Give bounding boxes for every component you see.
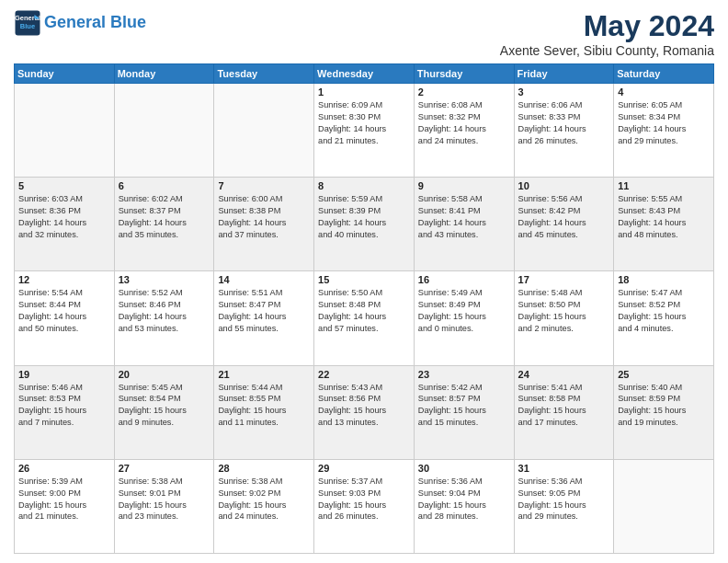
table-row: [214, 84, 314, 178]
table-row: [614, 459, 714, 553]
day-info: Sunrise: 5:46 AMSunset: 8:53 PMDaylight:…: [18, 382, 110, 430]
day-info-line: Daylight: 14 hours: [318, 217, 410, 229]
day-info-line: and 50 minutes.: [18, 323, 110, 335]
day-info: Sunrise: 5:55 AMSunset: 8:43 PMDaylight:…: [618, 193, 710, 241]
calendar-table: Sunday Monday Tuesday Wednesday Thursday…: [14, 63, 714, 554]
day-info-line: Sunset: 9:02 PM: [218, 488, 310, 500]
day-number: 15: [318, 274, 410, 285]
title-block: May 2024 Axente Sever, Sibiu County, Rom…: [500, 9, 714, 58]
day-info-line: Sunset: 8:58 PM: [518, 393, 610, 405]
day-info-line: Sunrise: 5:52 AM: [119, 287, 210, 299]
day-info-line: Sunset: 8:39 PM: [318, 205, 410, 217]
table-row: 24Sunrise: 5:41 AMSunset: 8:58 PMDayligh…: [514, 365, 614, 459]
logo-text: General Blue: [44, 14, 146, 32]
day-info: Sunrise: 5:47 AMSunset: 8:52 PMDaylight:…: [618, 287, 710, 335]
day-info: Sunrise: 5:38 AMSunset: 9:01 PMDaylight:…: [119, 476, 210, 523]
table-row: 8Sunrise: 5:59 AMSunset: 8:39 PMDaylight…: [314, 178, 415, 271]
day-number: 10: [518, 180, 610, 191]
day-number: 13: [119, 274, 210, 285]
day-number: 14: [218, 274, 310, 285]
day-info-line: Daylight: 14 hours: [318, 123, 410, 135]
day-number: 5: [18, 180, 110, 191]
day-number: 11: [618, 180, 710, 191]
day-info-line: and 55 minutes.: [218, 323, 310, 335]
svg-text:Blue: Blue: [20, 22, 35, 30]
day-info-line: Sunrise: 5:41 AM: [518, 382, 610, 394]
day-number: 22: [318, 369, 410, 380]
day-info-line: Sunrise: 5:40 AM: [618, 382, 710, 394]
day-info-line: Sunrise: 5:47 AM: [618, 287, 710, 299]
day-info-line: Sunset: 8:33 PM: [518, 111, 610, 123]
day-info: Sunrise: 5:42 AMSunset: 8:57 PMDaylight:…: [418, 382, 510, 430]
day-info: Sunrise: 5:45 AMSunset: 8:54 PMDaylight:…: [119, 382, 210, 430]
day-info-line: Daylight: 14 hours: [18, 311, 110, 323]
day-info-line: Daylight: 14 hours: [318, 311, 410, 323]
table-row: 29Sunrise: 5:37 AMSunset: 9:03 PMDayligh…: [314, 459, 415, 553]
day-info: Sunrise: 5:59 AMSunset: 8:39 PMDaylight:…: [318, 193, 410, 241]
day-info-line: and 19 minutes.: [618, 417, 710, 429]
day-info-line: Daylight: 14 hours: [418, 123, 510, 135]
table-row: 10Sunrise: 5:56 AMSunset: 8:42 PMDayligh…: [514, 178, 614, 271]
day-info-line: and 26 minutes.: [518, 135, 610, 147]
calendar-week-row: 5Sunrise: 6:03 AMSunset: 8:36 PMDaylight…: [15, 178, 714, 271]
day-number: 8: [318, 180, 410, 191]
day-info-line: Daylight: 15 hours: [218, 405, 310, 417]
day-info-line: and 23 minutes.: [119, 511, 210, 523]
table-row: 11Sunrise: 5:55 AMSunset: 8:43 PMDayligh…: [614, 178, 714, 271]
day-info-line: Sunset: 9:05 PM: [518, 488, 610, 500]
day-info-line: and 24 minutes.: [218, 511, 310, 523]
calendar-week-row: 12Sunrise: 5:54 AMSunset: 8:44 PMDayligh…: [15, 271, 714, 365]
day-info-line: Daylight: 14 hours: [518, 123, 610, 135]
table-row: 26Sunrise: 5:39 AMSunset: 9:00 PMDayligh…: [15, 459, 115, 553]
table-row: [114, 84, 214, 178]
day-info: Sunrise: 5:36 AMSunset: 9:05 PMDaylight:…: [518, 476, 610, 523]
day-number: 21: [218, 369, 310, 380]
header-sunday: Sunday: [15, 64, 115, 84]
day-info-line: Sunrise: 5:44 AM: [218, 382, 310, 394]
day-info-line: Sunrise: 5:38 AM: [218, 476, 310, 488]
day-info-line: Daylight: 14 hours: [618, 123, 710, 135]
day-info-line: Daylight: 14 hours: [18, 217, 110, 229]
day-number: 20: [119, 369, 210, 380]
day-info-line: Sunrise: 5:56 AM: [518, 193, 610, 205]
day-number: 4: [618, 86, 710, 98]
header: General Blue General Blue May 2024 Axent…: [14, 9, 714, 58]
table-row: 28Sunrise: 5:38 AMSunset: 9:02 PMDayligh…: [214, 459, 314, 553]
day-number: 2: [418, 86, 510, 98]
table-row: 23Sunrise: 5:42 AMSunset: 8:57 PMDayligh…: [414, 365, 514, 459]
day-number: 30: [418, 463, 510, 474]
day-info-line: Daylight: 15 hours: [618, 405, 710, 417]
day-info: Sunrise: 6:00 AMSunset: 8:38 PMDaylight:…: [218, 193, 310, 241]
table-row: 9Sunrise: 5:58 AMSunset: 8:41 PMDaylight…: [414, 178, 514, 271]
table-row: 20Sunrise: 5:45 AMSunset: 8:54 PMDayligh…: [114, 365, 214, 459]
day-info-line: Daylight: 15 hours: [119, 405, 210, 417]
day-info-line: Daylight: 15 hours: [18, 500, 110, 511]
day-number: 23: [418, 369, 510, 380]
day-info-line: Sunrise: 5:46 AM: [18, 382, 110, 394]
table-row: 13Sunrise: 5:52 AMSunset: 8:46 PMDayligh…: [114, 271, 214, 365]
day-info: Sunrise: 5:51 AMSunset: 8:47 PMDaylight:…: [218, 287, 310, 335]
day-info-line: Daylight: 15 hours: [518, 500, 610, 511]
day-info-line: Sunset: 8:42 PM: [518, 205, 610, 217]
day-info: Sunrise: 5:43 AMSunset: 8:56 PMDaylight:…: [318, 382, 410, 430]
day-info-line: Daylight: 14 hours: [119, 217, 210, 229]
day-info: Sunrise: 6:05 AMSunset: 8:34 PMDaylight:…: [618, 99, 710, 147]
location-title: Axente Sever, Sibiu County, Romania: [500, 43, 714, 58]
day-info-line: Sunset: 8:36 PM: [18, 205, 110, 217]
table-row: 22Sunrise: 5:43 AMSunset: 8:56 PMDayligh…: [314, 365, 415, 459]
calendar-week-row: 19Sunrise: 5:46 AMSunset: 8:53 PMDayligh…: [15, 365, 714, 459]
day-info-line: Sunset: 8:30 PM: [318, 111, 410, 123]
table-row: 16Sunrise: 5:49 AMSunset: 8:49 PMDayligh…: [414, 271, 514, 365]
day-info: Sunrise: 5:37 AMSunset: 9:03 PMDaylight:…: [318, 476, 410, 523]
day-info-line: and 48 minutes.: [618, 229, 710, 241]
day-info-line: Sunset: 8:55 PM: [218, 393, 310, 405]
day-info-line: and 17 minutes.: [518, 417, 610, 429]
day-info-line: Daylight: 15 hours: [218, 500, 310, 511]
header-friday: Friday: [514, 64, 614, 84]
day-info-line: and 53 minutes.: [119, 323, 210, 335]
day-info-line: and 9 minutes.: [119, 417, 210, 429]
day-info-line: Daylight: 14 hours: [418, 217, 510, 229]
day-info-line: Sunset: 8:34 PM: [618, 111, 710, 123]
header-tuesday: Tuesday: [214, 64, 314, 84]
day-info-line: Sunset: 8:56 PM: [318, 393, 410, 405]
